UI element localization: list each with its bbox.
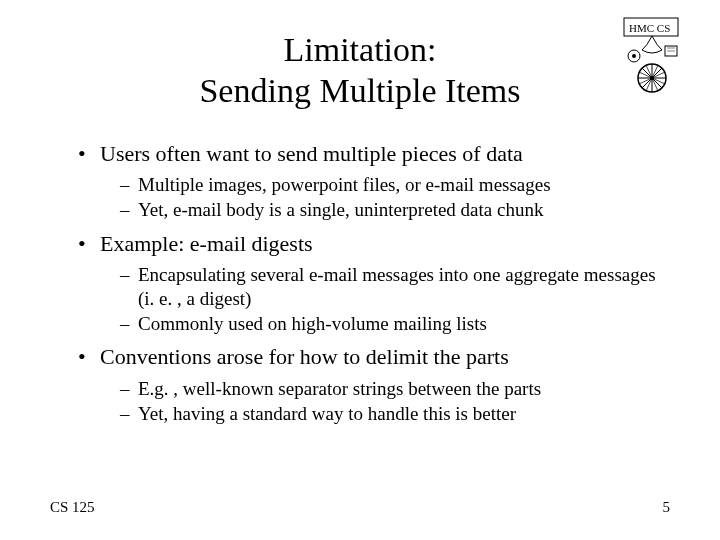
- sub-bullet-item: Encapsulating several e-mail messages in…: [120, 263, 670, 311]
- sub-bullet-text: Encapsulating several e-mail messages in…: [138, 264, 656, 309]
- title-line-1: Limitation:: [284, 31, 437, 68]
- logo-hmc-cs: HMC CS: [622, 16, 692, 96]
- footer-course-code: CS 125: [50, 499, 95, 516]
- slide-footer: CS 125 5: [50, 499, 670, 516]
- bullet-text: Conventions arose for how to delimit the…: [100, 344, 509, 369]
- sub-bullet-item: Yet, having a standard way to handle thi…: [120, 402, 670, 426]
- footer-page-number: 5: [663, 499, 671, 516]
- bullet-item: Users often want to send multiple pieces…: [78, 140, 670, 222]
- sub-bullet-text: Yet, having a standard way to handle thi…: [138, 403, 516, 424]
- sub-bullet-text: Multiple images, powerpoint files, or e-…: [138, 174, 551, 195]
- bullet-item: Example: e-mail digests Encapsulating se…: [78, 230, 670, 336]
- svg-text:HMC  CS: HMC CS: [629, 22, 670, 34]
- sub-bullet-item: Multiple images, powerpoint files, or e-…: [120, 173, 670, 197]
- sub-bullet-text: E.g. , well-known separator strings betw…: [138, 378, 541, 399]
- sub-bullet-item: Yet, e-mail body is a single, uninterpre…: [120, 198, 670, 222]
- bullet-text: Users often want to send multiple pieces…: [100, 141, 523, 166]
- svg-point-3: [632, 54, 636, 58]
- slide-content: Users often want to send multiple pieces…: [50, 140, 670, 426]
- bullet-item: Conventions arose for how to delimit the…: [78, 343, 670, 425]
- title-line-2: Sending Multiple Items: [199, 72, 520, 109]
- sub-bullet-text: Yet, e-mail body is a single, uninterpre…: [138, 199, 543, 220]
- bullet-text: Example: e-mail digests: [100, 231, 313, 256]
- slide-title: Limitation: Sending Multiple Items: [50, 30, 670, 112]
- sub-bullet-text: Commonly used on high-volume mailing lis…: [138, 313, 487, 334]
- sub-bullet-item: E.g. , well-known separator strings betw…: [120, 377, 670, 401]
- sub-bullet-item: Commonly used on high-volume mailing lis…: [120, 312, 670, 336]
